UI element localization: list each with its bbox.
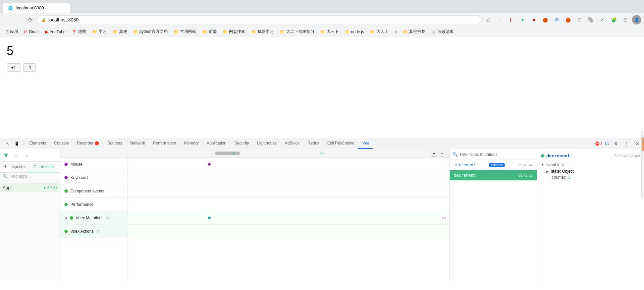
ext-green-v[interactable]: ✓ <box>598 15 607 24</box>
event-info-panel: decrement ⏱ 09:42:52.349 ▼ event info ▶ … <box>537 149 644 280</box>
vuex-right-marker: ◁▷ <box>441 216 447 220</box>
mutation-time-increment: 09:42:44 <box>518 163 533 167</box>
tab-console[interactable]: Console <box>50 138 73 149</box>
mutation-time-decrement: 09:42:52 <box>518 173 533 177</box>
counter-line: counter: 5 <box>546 175 640 180</box>
browser-tab[interactable]: 🌐 localhost:8080 <box>3 3 70 13</box>
forward-button[interactable]: → <box>14 15 23 24</box>
devtools-close-btn[interactable]: ✕ <box>633 139 641 148</box>
vue-forward-btn[interactable]: › <box>23 151 31 159</box>
app-item[interactable]: App ▼ 3.2.31 <box>0 183 60 192</box>
reload-button[interactable]: ⟳ <box>25 15 35 24</box>
devtools-select-btn[interactable]: ↖ <box>3 139 12 148</box>
folder-icon-11: 📁 <box>370 30 375 34</box>
bookmark-python[interactable]: 📁 python官方文档 <box>130 28 170 36</box>
tab-sources[interactable]: Sources <box>103 138 126 149</box>
ext-red[interactable]: ● <box>529 15 539 24</box>
bookmark-gmail[interactable]: M Gmail <box>21 28 42 35</box>
tab-editthiscookie[interactable]: EditThisCookie <box>323 138 359 149</box>
ext-puzzle[interactable]: 🧩 <box>609 15 619 24</box>
tab-lighthouse[interactable]: Lighthouse <box>253 138 281 149</box>
ext-elephant[interactable]: 🐘 <box>586 15 596 24</box>
vue-tab-timeline[interactable]: ⏱ Timeline <box>29 162 57 172</box>
zoom-minus-btn[interactable]: - <box>439 150 445 157</box>
vuex-mutations-dot <box>70 216 73 220</box>
tab-network[interactable]: Network <box>126 138 149 149</box>
event-name-dot <box>541 154 544 158</box>
tab-application[interactable]: Application <box>203 138 230 149</box>
bookmark-other[interactable]: 📁 其他 <box>110 28 130 36</box>
ext-lastpass[interactable]: L <box>506 15 516 24</box>
tab-performance[interactable]: Performance <box>149 138 180 149</box>
address-bar[interactable]: 🔒 localhost:8080 <box>37 15 482 24</box>
find-apps-search[interactable]: 🔍 Find apps... <box>0 173 60 180</box>
bookmark-nodejs[interactable]: 📁 node.js <box>342 28 367 35</box>
bookmark-maps[interactable]: 📍 地图 <box>69 28 89 36</box>
vuex-actions-settings-icon[interactable]: ⚙ <box>96 229 100 234</box>
mutation-filter-input[interactable] <box>460 152 534 157</box>
scrollbar-thumb[interactable] <box>642 137 644 151</box>
tab-security[interactable]: Security <box>230 138 253 149</box>
security-icon: 🔒 <box>41 17 46 22</box>
page-content: 5 +1 -1 <box>0 37 644 138</box>
bookmark-frontend[interactable]: 📁 前端 <box>200 28 219 36</box>
bookmark-common[interactable]: 📁 常用网站 <box>171 28 199 36</box>
bookmark-other-books[interactable]: 📁 其他书签 <box>400 28 428 36</box>
devtools-more-btn[interactable]: ⋮ <box>623 139 631 148</box>
downloads-button[interactable]: ↓ <box>495 15 504 24</box>
profile-button[interactable]: 👤 <box>632 15 641 24</box>
component-events-track <box>127 184 449 198</box>
reading-icon: 📖 <box>431 30 436 34</box>
bookmark-disk[interactable]: 📁 网盘搜索 <box>220 28 248 36</box>
bookmark-exam[interactable]: 📁 大二下期末复习 <box>277 28 317 36</box>
bookmark-more[interactable]: » <box>392 28 399 35</box>
bookmark-y3[interactable]: 📁 大三下 <box>318 28 341 36</box>
apps-icon: ⊞ <box>5 30 9 34</box>
folder-icon-1: 📁 <box>92 30 97 34</box>
folder-icon-7: 📁 <box>251 30 256 34</box>
ext-orange[interactable]: ⬤ <box>541 15 550 24</box>
tab-elements[interactable]: Elements <box>25 138 50 149</box>
decrement-button[interactable]: -1 <box>23 63 36 72</box>
mutation-item-decrement[interactable]: decrement 09:42:52 <box>450 170 537 181</box>
bookmark-youtube[interactable]: ▶ YouTube <box>43 28 68 35</box>
bookmark-study[interactable]: 📁 学习 <box>90 28 109 36</box>
vuex-settings-icon[interactable]: ⚙ <box>106 216 110 220</box>
ext-blue[interactable]: ⚙ <box>552 15 561 24</box>
ext-orange2[interactable]: ⬤ <box>564 15 573 24</box>
event-info-title[interactable]: ▼ event info <box>541 162 640 167</box>
vue-back-btn[interactable]: ‹ <box>12 151 20 159</box>
clock-icon: ⏱ <box>613 154 617 158</box>
bookmark-apps[interactable]: ⊞ 应用 <box>3 28 21 36</box>
performance-dot <box>64 203 68 206</box>
ext-gray1[interactable]: □ <box>575 15 584 24</box>
devtools-settings-btn[interactable]: ⚙ <box>612 139 620 148</box>
ext-menu[interactable]: ☰ <box>621 15 630 24</box>
page-scrollbar[interactable] <box>641 131 644 198</box>
bookmark-star[interactable]: ☆ <box>484 15 493 24</box>
tab-redux[interactable]: Redux <box>304 138 323 149</box>
tab-adblock[interactable]: AdBlock <box>281 138 304 149</box>
ext-vue[interactable]: ▼ <box>518 15 527 24</box>
back-button[interactable]: ← <box>3 15 12 24</box>
state-expand-arrow[interactable]: ▶ <box>546 170 549 173</box>
zoom-plus-btn[interactable]: + <box>431 150 437 157</box>
tab-memory[interactable]: Memory <box>180 138 203 149</box>
track-performance-label: Performance <box>60 198 127 211</box>
mutation-item-increment[interactable]: increment selected 09:42:44 <box>450 160 537 170</box>
devtools-device-btn[interactable]: 📱 <box>12 139 21 148</box>
tab-recorder[interactable]: Recorder 🔴 <box>73 138 103 149</box>
mouse-dot <box>64 163 68 166</box>
folder-icon-2: 📁 <box>113 30 118 34</box>
counter-buttons: +1 -1 <box>7 63 637 72</box>
selected-badge: selected <box>489 163 505 167</box>
increment-button[interactable]: +1 <box>7 63 20 72</box>
tab-vue[interactable]: Vue <box>358 138 373 149</box>
vue-tab-inspector[interactable]: 👁 Inspector <box>0 162 29 172</box>
vuex-mutation-event-dot <box>208 217 211 219</box>
bookmark-reading[interactable]: 📖 阅读清单 <box>429 28 457 36</box>
vuex-toggle[interactable]: ◀ <box>64 216 67 220</box>
event-mutation-name: decrement <box>541 153 570 158</box>
bookmark-ml[interactable]: 📁 机器学习 <box>249 28 276 36</box>
bookmark-y4[interactable]: 📁 大四上 <box>367 28 391 36</box>
